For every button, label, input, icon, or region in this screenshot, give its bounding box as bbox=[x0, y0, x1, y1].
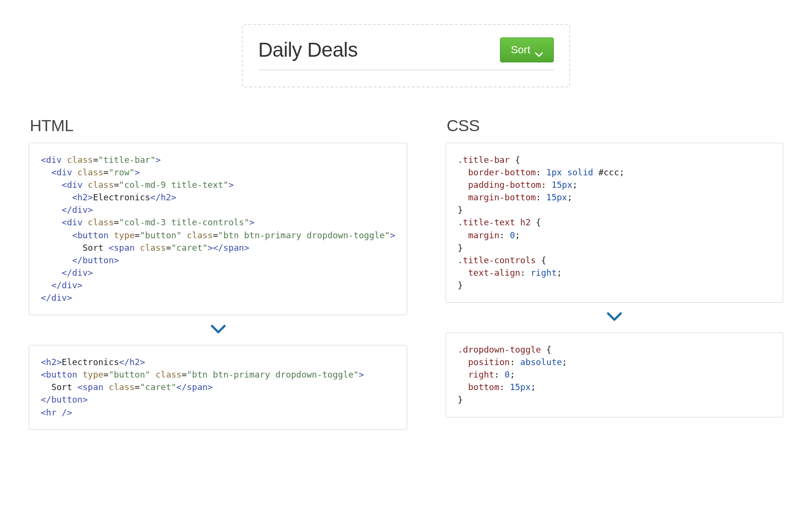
arrow-divider bbox=[29, 324, 407, 336]
preview-card: Daily Deals Sort bbox=[242, 24, 570, 87]
sort-button-label: Sort bbox=[511, 44, 530, 56]
html-code-block-1: <div class="title-bar"> <div class="row"… bbox=[29, 143, 407, 315]
arrow-divider bbox=[446, 311, 783, 324]
html-heading: HTML bbox=[30, 116, 407, 135]
chevron-down-icon bbox=[535, 48, 543, 52]
css-heading: CSS bbox=[447, 116, 783, 135]
html-code-block-2: <h2>Electronics</h2> <button type="butto… bbox=[29, 345, 407, 429]
css-code-block-2: .dropdown-toggle { position: absolute; r… bbox=[446, 332, 783, 417]
title-bar: Daily Deals Sort bbox=[258, 37, 554, 70]
chevron-down-icon bbox=[606, 315, 623, 323]
code-text: <div class="title-bar"> <div class="row"… bbox=[41, 154, 395, 304]
sort-button[interactable]: Sort bbox=[500, 37, 554, 62]
html-column: HTML <div class="title-bar"> <div class=… bbox=[29, 116, 407, 430]
code-text: .title-bar { border-bottom: 1px solid #c… bbox=[458, 154, 771, 292]
preview-container: Daily Deals Sort bbox=[29, 24, 783, 87]
css-column: CSS .title-bar { border-bottom: 1px soli… bbox=[446, 116, 783, 417]
code-text: <h2>Electronics</h2> <button type="butto… bbox=[41, 356, 395, 418]
chevron-down-icon bbox=[210, 328, 227, 336]
css-code-block-1: .title-bar { border-bottom: 1px solid #c… bbox=[446, 143, 783, 303]
code-text: .dropdown-toggle { position: absolute; r… bbox=[458, 343, 771, 406]
page-title: Daily Deals bbox=[258, 38, 358, 61]
